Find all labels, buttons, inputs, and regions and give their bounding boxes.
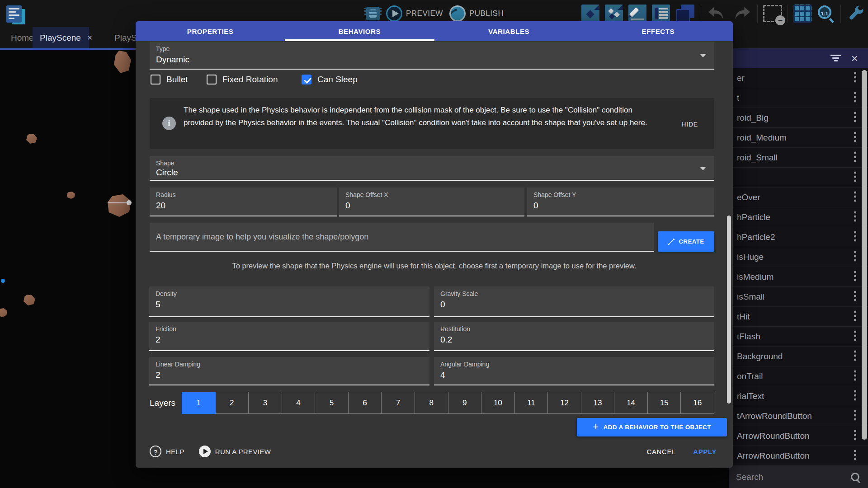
tab-properties[interactable]: PROPERTIES: [136, 21, 285, 41]
layer-button-13[interactable]: 13: [581, 392, 615, 414]
apply-button[interactable]: APPLY: [689, 444, 720, 459]
checkbox-icon[interactable]: [151, 75, 160, 84]
publish-button[interactable]: PUBLISH: [449, 5, 504, 22]
object-list-item[interactable]: ArrowRoundButton: [729, 426, 868, 446]
object-list-item[interactable]: er: [729, 68, 868, 88]
layer-button-6[interactable]: 6: [348, 392, 382, 414]
object-list-item[interactable]: isMedium: [729, 267, 868, 287]
layer-button-14[interactable]: 14: [614, 392, 648, 414]
close-icon[interactable]: ×: [851, 52, 858, 64]
filter-icon[interactable]: [830, 55, 841, 62]
more-options-icon[interactable]: [854, 112, 856, 124]
selection-point[interactable]: [1, 279, 5, 283]
scene-properties-icon[interactable]: [628, 5, 646, 23]
object-list-item[interactable]: eOver: [729, 188, 868, 207]
temp-image-input[interactable]: [156, 223, 644, 251]
layer-button-10[interactable]: 10: [481, 392, 515, 414]
asteroid-sprite[interactable]: [0, 308, 7, 317]
more-options-icon[interactable]: [854, 171, 856, 183]
tab-playscene[interactable]: PlayScene ×: [33, 27, 89, 48]
run-preview-button[interactable]: RUN A PREVIEW: [199, 446, 271, 457]
preview-button[interactable]: PREVIEW: [386, 5, 443, 22]
object-list-item[interactable]: roid_Small: [729, 148, 868, 168]
object-groups-icon[interactable]: [605, 5, 623, 23]
more-options-icon[interactable]: [854, 191, 856, 203]
layer-button-2[interactable]: 2: [215, 392, 249, 414]
project-manager-icon[interactable]: [5, 4, 25, 25]
asteroid-sprite[interactable]: [114, 51, 131, 73]
layer-button-12[interactable]: 12: [547, 392, 581, 414]
more-options-icon[interactable]: [854, 410, 856, 422]
more-options-icon[interactable]: [854, 271, 856, 283]
more-options-icon[interactable]: [854, 231, 856, 243]
object-list-item[interactable]: hParticle: [729, 207, 868, 227]
object-list-item[interactable]: tFlash: [729, 327, 868, 347]
object-list-item[interactable]: hParticle2: [729, 227, 868, 247]
object-list-item[interactable]: rialText: [729, 386, 868, 406]
layer-button-9[interactable]: 9: [448, 392, 482, 414]
restitution-field[interactable]: Restitution 0.2: [434, 322, 714, 351]
more-options-icon[interactable]: [854, 330, 856, 343]
tab-playscene2[interactable]: PlayS: [114, 27, 138, 48]
type-select[interactable]: Type Dynamic: [150, 42, 714, 70]
layer-button-1[interactable]: 1: [182, 392, 216, 414]
layer-button-8[interactable]: 8: [415, 392, 448, 414]
layer-button-5[interactable]: 5: [315, 392, 349, 414]
layers-editor-icon[interactable]: [675, 5, 695, 23]
grid-icon[interactable]: [793, 5, 811, 23]
deselect-instances-icon[interactable]: [763, 5, 782, 22]
object-list-item[interactable]: t: [729, 88, 868, 108]
more-options-icon[interactable]: [854, 430, 856, 442]
asteroid-sprite[interactable]: [108, 194, 131, 217]
redo-icon[interactable]: [732, 5, 752, 22]
zoom-actual-size-icon[interactable]: 1:1: [817, 5, 835, 23]
object-list-item[interactable]: roid_Medium: [729, 128, 868, 148]
layer-button-16[interactable]: 16: [680, 392, 714, 414]
checkbox-icon[interactable]: [207, 75, 217, 84]
layer-button-15[interactable]: 15: [647, 392, 681, 414]
dialog-scrollbar[interactable]: [727, 216, 731, 404]
friction-field[interactable]: Friction 2: [149, 322, 429, 351]
can-sleep-checkbox[interactable]: Can Sleep: [302, 75, 358, 84]
cancel-button[interactable]: CANCEL: [643, 444, 679, 459]
object-list-item[interactable]: tHit: [729, 307, 868, 327]
layer-button-7[interactable]: 7: [381, 392, 415, 414]
debug-icon[interactable]: [366, 7, 380, 20]
angular-damping-field[interactable]: Angular Damping 4: [434, 357, 714, 385]
shape-select[interactable]: Shape Circle: [150, 156, 714, 181]
more-options-icon[interactable]: [854, 310, 856, 323]
object-list-item[interactable]: isSmall: [729, 287, 868, 307]
object-list-item[interactable]: onTrail: [729, 366, 868, 386]
layer-button-4[interactable]: 4: [282, 392, 316, 414]
hide-button[interactable]: HIDE: [677, 118, 703, 131]
tab-behaviors[interactable]: BEHAVIORS: [285, 21, 434, 41]
object-list-item[interactable]: roid_Big: [729, 108, 868, 128]
more-options-icon[interactable]: [854, 211, 856, 223]
settings-wrench-icon[interactable]: [846, 4, 865, 23]
search-icon[interactable]: [850, 472, 861, 483]
more-options-icon[interactable]: [854, 131, 856, 144]
more-options-icon[interactable]: [854, 350, 856, 362]
object-list-item[interactable]: isHuge: [729, 247, 868, 267]
close-icon[interactable]: ×: [87, 33, 93, 43]
shape-offset-x-field[interactable]: Shape Offset X 0: [339, 188, 524, 216]
instances-list-icon[interactable]: [652, 5, 670, 23]
search-input[interactable]: [736, 472, 850, 482]
asteroid-sprite[interactable]: [24, 295, 35, 305]
asteroid-sprite[interactable]: [26, 134, 37, 144]
layer-button-3[interactable]: 3: [248, 392, 282, 414]
more-options-icon[interactable]: [854, 72, 856, 84]
object-list-item[interactable]: [729, 168, 868, 188]
more-options-icon[interactable]: [854, 92, 856, 104]
layer-button-11[interactable]: 11: [514, 392, 548, 414]
object-list-item[interactable]: Background: [729, 347, 868, 366]
tab-effects[interactable]: EFFECTS: [584, 21, 733, 41]
add-behavior-button[interactable]: + ADD A BEHAVIOR TO THE OBJECT: [577, 418, 727, 436]
create-button[interactable]: CREATE: [658, 231, 714, 252]
more-options-icon[interactable]: [854, 151, 856, 164]
more-options-icon[interactable]: [854, 450, 856, 462]
object-list-item[interactable]: tArrowRoundButton: [729, 406, 868, 426]
chevron-down-icon[interactable]: [700, 54, 706, 57]
checkbox-checked-icon[interactable]: [302, 75, 311, 84]
more-options-icon[interactable]: [854, 251, 856, 263]
